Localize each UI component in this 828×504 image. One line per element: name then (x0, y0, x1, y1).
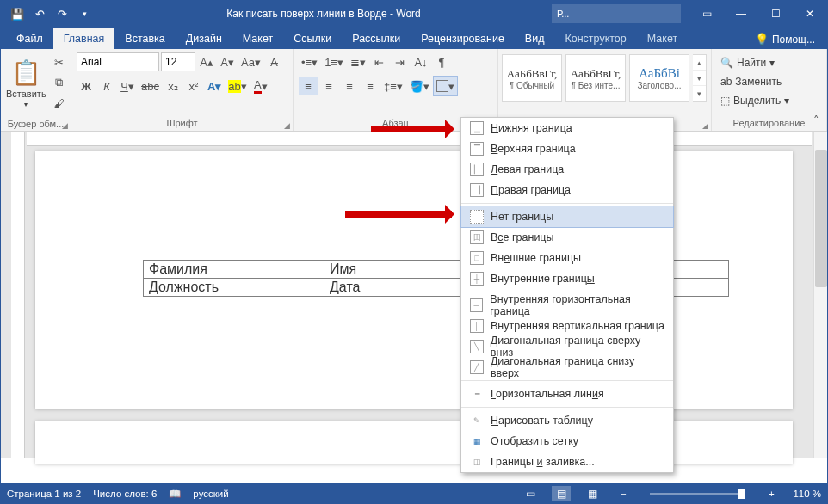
tab-table-layout[interactable]: Макет (637, 28, 688, 49)
tab-file[interactable]: Файл (6, 28, 53, 49)
align-left-button[interactable]: ≡ (299, 77, 318, 95)
cut-button[interactable]: ✂ (50, 52, 69, 71)
tell-me[interactable]: 💡 Помощ... (750, 33, 827, 49)
status-proofing[interactable]: 📖 (169, 488, 181, 500)
tab-design[interactable]: Дизайн (176, 28, 232, 49)
tab-home[interactable]: Главная (53, 28, 115, 49)
styles-more-button[interactable]: ▴▾▾ (693, 54, 707, 102)
font-size-combo[interactable] (161, 52, 195, 71)
mi-inside-h-border[interactable]: ─Внутренняя горизонтальная граница (461, 295, 673, 316)
save-button[interactable]: 💾 (6, 1, 28, 27)
cell-lastname-label[interactable]: Фамилия (144, 261, 324, 279)
styles-dialog-launcher[interactable]: ◢ (702, 121, 708, 130)
zoom-level[interactable]: 110 % (793, 489, 821, 499)
bullets-button[interactable]: •≡▾ (299, 52, 320, 71)
qat-customize-button[interactable]: ▾ (73, 1, 96, 27)
italic-button[interactable]: К (97, 77, 116, 95)
cell-firstname-label[interactable]: Имя (324, 261, 436, 279)
bold-button[interactable]: Ж (77, 77, 96, 95)
multilevel-button[interactable]: ≣▾ (348, 52, 368, 71)
numbering-button[interactable]: 1≡▾ (322, 52, 346, 71)
clear-formatting-button[interactable]: A̶ (265, 52, 284, 71)
font-family-combo[interactable] (77, 52, 159, 71)
mi-view-gridlines[interactable]: ▦Отобразить сетку (461, 431, 673, 452)
mi-left-border[interactable]: ▏Левая граница (461, 159, 673, 180)
mi-outside-borders[interactable]: □Внешние границы (461, 248, 673, 268)
highlight-button[interactable]: ab▾ (226, 77, 249, 95)
vertical-scrollbar[interactable] (813, 132, 827, 458)
redo-button[interactable]: ↷ (51, 1, 73, 27)
justify-button[interactable]: ≡ (361, 77, 380, 95)
read-mode-button[interactable]: ▭ (521, 486, 540, 501)
tab-review[interactable]: Рецензирование (411, 28, 515, 49)
align-right-button[interactable]: ≡ (340, 77, 359, 95)
mi-all-borders[interactable]: 田Все границы (461, 227, 673, 248)
borders-button[interactable]: ▾ (434, 77, 457, 95)
maximize-button[interactable]: ☐ (758, 1, 793, 27)
superscript-button[interactable]: x² (184, 77, 203, 95)
undo-button[interactable]: ↶ (28, 1, 51, 27)
vertical-ruler[interactable] (11, 132, 25, 458)
mi-inside-borders[interactable]: ┼Внутренние границы (461, 268, 673, 289)
shading-button[interactable]: 🪣▾ (407, 77, 432, 95)
text-effects-button[interactable]: A▾ (205, 77, 224, 95)
status-word-count[interactable]: Число слов: 6 (93, 489, 157, 499)
status-page[interactable]: Страница 1 из 2 (7, 489, 81, 499)
zoom-in-button[interactable]: + (762, 486, 781, 501)
ribbon-display-button[interactable]: ▭ (689, 1, 724, 27)
mi-inside-v-border[interactable]: │Внутренняя вертикальная граница (461, 316, 673, 336)
mi-bottom-border[interactable]: ▁Нижняя граница (461, 118, 673, 138)
find-button[interactable]: 🔍Найти ▾ (717, 54, 778, 71)
strike-button[interactable]: abc (139, 77, 162, 95)
close-button[interactable]: ✕ (793, 1, 827, 27)
mi-top-border[interactable]: ▔Верхняя граница (461, 138, 673, 159)
format-painter-button[interactable]: 🖌 (50, 94, 69, 113)
tab-references[interactable]: Ссылки (283, 28, 342, 49)
select-button[interactable]: ⬚Выделить ▾ (717, 92, 793, 109)
style-normal[interactable]: АаБбВвГг,¶ Обычный (502, 54, 562, 102)
mi-borders-shading-dialog[interactable]: ◫Границы и заливка... (461, 452, 673, 472)
align-center-button[interactable]: ≡ (319, 77, 338, 95)
tab-layout[interactable]: Макет (232, 28, 283, 49)
mi-draw-table[interactable]: ✎Нарисовать таблицу (461, 410, 673, 431)
paste-button[interactable]: 📋 Вставить ▾ (6, 52, 46, 114)
font-dialog-launcher[interactable]: ◢ (284, 121, 290, 130)
style-heading1[interactable]: АаБбВіЗаголово... (629, 54, 689, 102)
decrease-indent-button[interactable]: ⇤ (370, 52, 389, 71)
mi-no-border[interactable]: Нет границы (461, 206, 673, 227)
cell-position-label[interactable]: Должность (144, 279, 324, 297)
scrollbar-thumb[interactable] (815, 150, 827, 287)
account-box[interactable]: Р... (552, 4, 681, 23)
zoom-slider-thumb[interactable] (738, 489, 745, 499)
style-no-spacing[interactable]: АаБбВвГг,¶ Без инте... (565, 54, 626, 102)
copy-button[interactable]: ⧉ (50, 73, 69, 92)
mi-horizontal-line[interactable]: ━Горизонтальная линия (461, 384, 673, 404)
status-language[interactable]: русский (193, 489, 228, 499)
horizontal-ruler[interactable] (27, 132, 812, 146)
clipboard-dialog-launcher[interactable]: ◢ (62, 121, 68, 130)
cell-date-label[interactable]: Дата (324, 279, 436, 297)
line-spacing-button[interactable]: ‡≡▾ (381, 77, 405, 95)
show-marks-button[interactable]: ¶ (432, 52, 451, 71)
change-case-button[interactable]: Aa▾ (238, 52, 263, 71)
web-layout-button[interactable]: ▦ (583, 486, 602, 501)
subscript-button[interactable]: x₂ (164, 77, 182, 95)
zoom-out-button[interactable]: − (614, 486, 633, 501)
mi-diag-down-border[interactable]: ╲Диагональная граница сверху вниз (461, 336, 673, 357)
grow-font-button[interactable]: A▴ (197, 52, 216, 71)
increase-indent-button[interactable]: ⇥ (391, 52, 410, 71)
page-1[interactable]: Фамилия Имя Должность Дата (35, 151, 793, 409)
zoom-slider[interactable] (650, 493, 745, 495)
replace-button[interactable]: abЗаменить (717, 73, 785, 90)
tab-table-design[interactable]: Конструктор (554, 28, 636, 49)
mi-right-border[interactable]: ▕Правая граница (461, 180, 673, 200)
shrink-font-button[interactable]: A▾ (218, 52, 237, 71)
minimize-button[interactable]: — (724, 1, 758, 27)
print-layout-button[interactable]: ▤ (552, 486, 571, 501)
underline-button[interactable]: Ч▾ (118, 77, 137, 95)
font-color-button[interactable]: A▾ (251, 77, 270, 95)
sort-button[interactable]: A↓ (411, 52, 430, 71)
page-2[interactable] (35, 421, 793, 464)
tab-view[interactable]: Вид (515, 28, 555, 49)
tab-mailings[interactable]: Рассылки (342, 28, 411, 49)
